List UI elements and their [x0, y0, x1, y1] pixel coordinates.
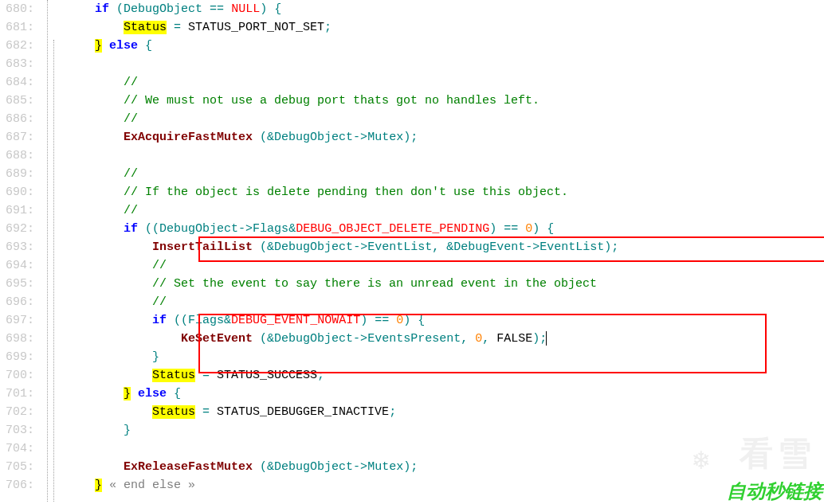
line-number: 690:: [0, 183, 39, 201]
line-number: 704:: [0, 440, 39, 458]
line-number: 692:: [0, 220, 39, 238]
code-line[interactable]: [66, 55, 618, 73]
code-line[interactable]: //: [66, 256, 618, 275]
line-number: 703:: [0, 421, 39, 440]
code-line[interactable]: InsertTailList (&DebugObject->EventList,…: [66, 238, 618, 256]
code-line[interactable]: Status = STATUS_PORT_NOT_SET;: [66, 18, 618, 37]
code-line[interactable]: // Set the event to say there is an unre…: [66, 275, 618, 293]
line-number: 687:: [0, 128, 39, 147]
text-cursor: [546, 331, 547, 346]
fold-column: [44, 0, 66, 504]
code-line[interactable]: if ((Flags&DEBUG_EVENT_NOWAIT) == 0) {: [66, 311, 618, 330]
code-editor[interactable]: 680:681:682:683:684:685:686:687:688:689:…: [0, 0, 824, 504]
line-number: 693:: [0, 238, 39, 256]
line-number: 701:: [0, 385, 39, 403]
line-number: 700:: [0, 366, 39, 385]
line-number: 681:: [0, 18, 39, 37]
line-number: 691:: [0, 201, 39, 220]
code-line[interactable]: KeSetEvent (&DebugObject->EventsPresent,…: [66, 330, 618, 348]
code-line[interactable]: Status = STATUS_SUCCESS;: [66, 366, 618, 385]
code-area[interactable]: if (DebugObject == NULL) { Status = STAT…: [66, 0, 618, 504]
line-number: 705:: [0, 458, 39, 476]
line-number: 694:: [0, 256, 39, 275]
code-line[interactable]: }: [66, 348, 618, 366]
code-line[interactable]: //: [66, 110, 618, 128]
line-number: 695:: [0, 275, 39, 293]
line-number: 684:: [0, 73, 39, 92]
line-number: 685:: [0, 92, 39, 110]
code-line[interactable]: } else {: [66, 37, 618, 55]
line-number: 680:: [0, 0, 39, 18]
line-number: 699:: [0, 348, 39, 366]
code-line[interactable]: } « end else »: [66, 476, 618, 494]
code-line[interactable]: //: [66, 293, 618, 311]
code-line[interactable]: //: [66, 165, 618, 183]
code-line[interactable]: Status = STATUS_DEBUGGER_INACTIVE;: [66, 403, 618, 421]
code-line[interactable]: if (DebugObject == NULL) {: [66, 0, 618, 18]
line-number: 686:: [0, 110, 39, 128]
line-number: 688:: [0, 147, 39, 165]
line-number: 697:: [0, 311, 39, 330]
line-number-gutter: 680:681:682:683:684:685:686:687:688:689:…: [0, 0, 44, 504]
code-line[interactable]: ExReleaseFastMutex (&DebugObject->Mutex)…: [66, 458, 618, 476]
line-number: 682:: [0, 37, 39, 55]
code-line[interactable]: [66, 440, 618, 458]
line-number: 689:: [0, 165, 39, 183]
code-line[interactable]: }: [66, 421, 618, 440]
code-line[interactable]: } else {: [66, 385, 618, 403]
code-line[interactable]: //: [66, 73, 618, 92]
code-line[interactable]: //: [66, 201, 618, 220]
code-line[interactable]: [66, 147, 618, 165]
line-number: 698:: [0, 330, 39, 348]
line-number: 683:: [0, 55, 39, 73]
line-number: 696:: [0, 293, 39, 311]
line-number: 702:: [0, 403, 39, 421]
code-line[interactable]: ExAcquireFastMutex (&DebugObject->Mutex)…: [66, 128, 618, 147]
code-line[interactable]: // If the object is delete pending then …: [66, 183, 618, 201]
code-line[interactable]: // We must not use a debug port thats go…: [66, 92, 618, 110]
line-number: 706:: [0, 476, 39, 494]
code-line[interactable]: if ((DebugObject->Flags&DEBUG_OBJECT_DEL…: [66, 220, 618, 238]
